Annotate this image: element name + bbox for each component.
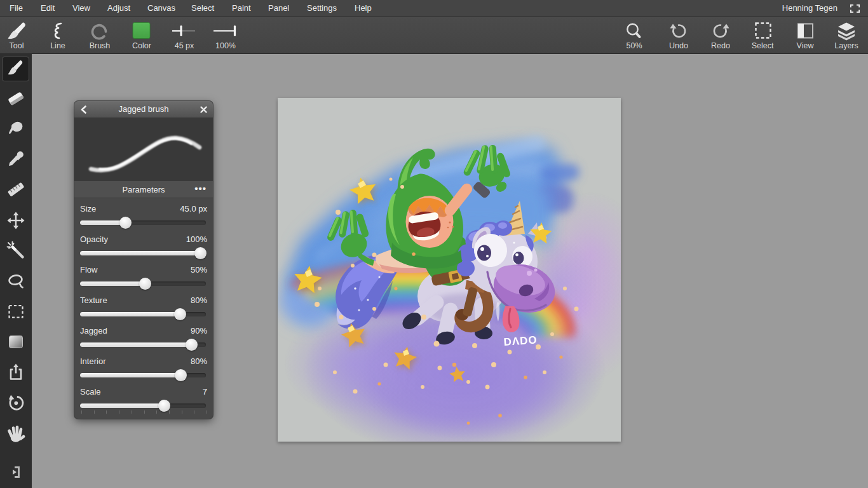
svg-text:DΛDO: DΛDO — [503, 334, 538, 348]
